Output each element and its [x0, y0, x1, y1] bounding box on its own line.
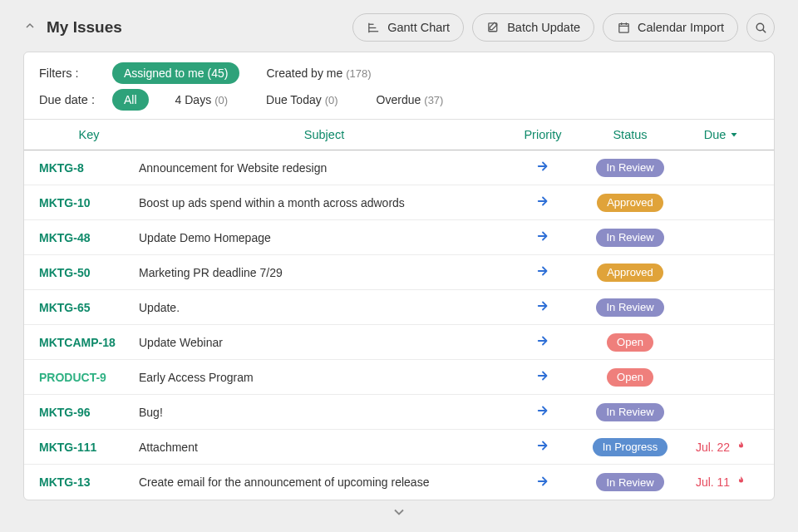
col-due[interactable]: Due	[684, 128, 759, 141]
svg-line-10	[762, 29, 766, 32]
arrow-right-icon	[535, 372, 550, 386]
filter-assigned-label: Assigned to me	[124, 66, 204, 80]
duedate-overdue[interactable]: Overdue (37)	[365, 89, 456, 111]
issue-subject: Early Access Program	[139, 371, 510, 384]
table-row[interactable]: MKTG-96Bug!In Review	[24, 395, 774, 430]
arrow-right-icon	[535, 442, 550, 456]
filter-created-count: (178)	[346, 67, 371, 80]
issue-subject: Update Demo Homepage	[139, 231, 510, 244]
issue-key[interactable]: MKTG-48	[39, 231, 139, 244]
due-cell: Jul. 11	[684, 475, 759, 490]
collapse-toggle[interactable]	[23, 19, 37, 36]
filter-created-label: Created by me	[266, 66, 342, 80]
status-cell: In Review	[576, 473, 684, 491]
priority-cell	[510, 194, 576, 211]
table-row[interactable]: MKTCAMP-18Update WebinarOpen	[24, 325, 774, 360]
page-title: My Issues	[47, 18, 122, 37]
issue-subject: Boost up ads spend within a month across…	[139, 196, 510, 209]
col-priority[interactable]: Priority	[510, 128, 576, 141]
status-badge: In Review	[596, 159, 663, 177]
status-badge: Open	[607, 368, 653, 387]
duedate-4days-label: 4 Days	[175, 93, 212, 106]
issue-key[interactable]: MKTCAMP-18	[39, 336, 139, 349]
priority-cell	[510, 438, 576, 456]
issue-subject: Announcement for Website redesign	[139, 161, 510, 175]
issue-key[interactable]: MKTG-111	[39, 441, 139, 454]
priority-cell	[510, 403, 576, 421]
due-cell: Jul. 22	[684, 440, 759, 455]
issue-key[interactable]: MKTG-50	[39, 266, 139, 279]
duedate-all[interactable]: All	[112, 89, 149, 111]
gantt-chart-button[interactable]: Gantt Chart	[352, 13, 464, 42]
arrow-right-icon	[535, 407, 550, 421]
duedate-today-count: (0)	[325, 94, 338, 106]
table-row[interactable]: MKTG-111AttachmentIn ProgressJul. 22	[24, 430, 774, 465]
fire-icon	[735, 475, 747, 490]
arrow-right-icon	[535, 337, 550, 351]
status-badge: In Review	[596, 403, 663, 421]
issue-key[interactable]: MKTG-96	[39, 406, 139, 419]
status-cell: Approved	[576, 194, 684, 212]
priority-cell	[510, 333, 576, 351]
priority-cell	[510, 229, 576, 246]
filter-assigned-count: (45)	[208, 66, 229, 80]
issue-subject: Create email for the announcement of upc…	[139, 475, 510, 489]
col-subject[interactable]: Subject	[139, 128, 510, 141]
table-row[interactable]: MKTG-13Create email for the announcement…	[24, 465, 774, 500]
table-row[interactable]: PRODUCT-9Early Access ProgramOpen	[24, 360, 774, 395]
arrow-right-icon	[535, 198, 550, 211]
priority-cell	[510, 159, 576, 176]
table-body: MKTG-8Announcement for Website redesignI…	[24, 150, 774, 500]
duedate-today[interactable]: Due Today (0)	[254, 89, 350, 111]
duedate-all-label: All	[124, 93, 137, 106]
chevron-down-icon	[391, 504, 407, 520]
duedate-overdue-label: Overdue	[377, 93, 421, 106]
issue-subject: Marketing PR deadline 7/29	[139, 266, 510, 279]
filter-assigned-to-me[interactable]: Assigned to me (45)	[112, 62, 239, 84]
status-badge: In Review	[596, 229, 663, 247]
expand-toggle[interactable]	[23, 500, 775, 525]
status-cell: In Review	[576, 403, 684, 421]
priority-cell	[510, 368, 576, 386]
status-badge: Approved	[597, 194, 663, 212]
status-cell: In Review	[576, 159, 684, 177]
calendar-icon	[617, 21, 631, 35]
status-cell: In Review	[576, 229, 684, 247]
arrow-right-icon	[535, 233, 550, 246]
issue-key[interactable]: MKTG-8	[39, 161, 139, 175]
issue-subject: Bug!	[139, 406, 510, 419]
edit-icon	[486, 21, 500, 35]
calendar-import-button[interactable]: Calendar Import	[603, 13, 738, 42]
search-button[interactable]	[746, 13, 775, 42]
table-row[interactable]: MKTG-10Boost up ads spend within a month…	[24, 185, 774, 220]
issue-subject: Update.	[139, 301, 510, 314]
table-row[interactable]: MKTG-8Announcement for Website redesignI…	[24, 150, 774, 185]
duedate-label: Due date :	[39, 93, 97, 106]
gantt-icon	[367, 21, 381, 35]
arrow-right-icon	[535, 268, 550, 281]
table-row[interactable]: MKTG-48Update Demo HomepageIn Review	[24, 220, 774, 255]
priority-cell	[510, 474, 576, 491]
filters-label: Filters :	[39, 66, 97, 80]
issue-key[interactable]: MKTG-65	[39, 301, 139, 314]
batch-update-button[interactable]: Batch Update	[472, 13, 594, 42]
arrow-right-icon	[535, 303, 550, 316]
calendar-label: Calendar Import	[638, 21, 724, 34]
duedate-4days[interactable]: 4 Days (0)	[164, 89, 239, 111]
status-badge: Open	[607, 333, 653, 352]
status-cell: Open	[576, 368, 684, 387]
chevron-up-icon	[23, 19, 37, 32]
issue-key[interactable]: PRODUCT-9	[39, 371, 139, 384]
issue-key[interactable]: MKTG-10	[39, 196, 139, 209]
arrow-right-icon	[535, 478, 550, 491]
col-status[interactable]: Status	[576, 128, 684, 141]
filter-created-by-me[interactable]: Created by me (178)	[254, 62, 382, 84]
status-badge: Approved	[597, 264, 663, 282]
col-key[interactable]: Key	[39, 128, 139, 141]
priority-cell	[510, 264, 576, 281]
table-row[interactable]: MKTG-65Update.In Review	[24, 290, 774, 325]
table-row[interactable]: MKTG-50Marketing PR deadline 7/29Approve…	[24, 255, 774, 290]
duedate-4days-count: (0)	[214, 94, 228, 106]
issue-key[interactable]: MKTG-13	[39, 475, 139, 489]
status-badge: In Review	[596, 298, 663, 317]
